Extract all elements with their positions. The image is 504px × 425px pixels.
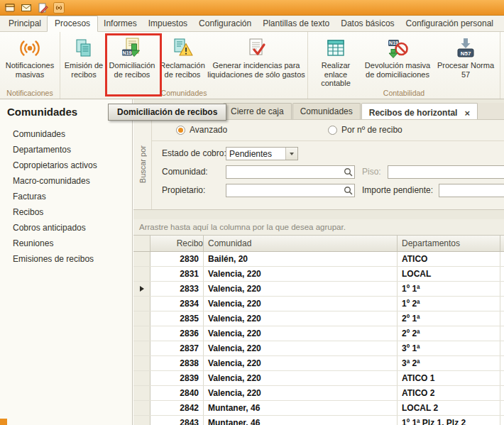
table-row-current[interactable]: 2833 Valencia, 220 1º 1ª — [133, 282, 504, 297]
ribbon-button-label: Notificaciones masivas — [1, 61, 58, 79]
table-row[interactable]: 2838 Valencia, 220 3ª 2ª — [133, 356, 504, 371]
sidebar-item-recibos[interactable]: Recibos — [0, 204, 132, 220]
search-panel: Buscar por Avanzado Por nº de recibo Est… — [133, 119, 504, 210]
table-row[interactable]: 2840 Valencia, 220 ATICO 2 — [133, 386, 504, 401]
search-panel-content: Avanzado Por nº de recibo Estado de cobr… — [152, 120, 504, 209]
claim-warning-icon — [171, 35, 194, 61]
row-indicator — [133, 267, 150, 281]
estado-de-cobro-select[interactable]: Pendientes — [226, 147, 298, 160]
search-icon[interactable] — [342, 166, 354, 178]
chevron-down-icon[interactable] — [285, 148, 297, 160]
ribbon-tab-configuracion-personal[interactable]: Configuración personal — [400, 16, 499, 31]
broadcast-icon[interactable] — [53, 2, 65, 13]
radio-label: Avanzado — [190, 125, 227, 135]
cell-comunidad: Valencia, 220 — [204, 356, 398, 370]
ribbon-tab-configuracion[interactable]: Configuración — [193, 16, 257, 31]
cell-departamento: 2º 2ª — [398, 326, 500, 341]
table-row[interactable]: 2843 Muntaner, 46 1º 1ª Plz 1, Plz 2 — [133, 416, 504, 425]
piso-input[interactable] — [388, 165, 504, 179]
importe-pendiente-label: Importe pendiente: — [362, 185, 433, 195]
table-row[interactable]: 2834 Valencia, 220 1º 2ª — [133, 297, 504, 311]
propietario-label: Propietario: — [162, 185, 205, 195]
cell-partial — [500, 341, 504, 355]
ribbon-button-label: Procesar Norma 57 — [433, 61, 498, 79]
cell-departamento: 3º 1ª — [398, 341, 500, 355]
sidebar-item-cobros-anticipados[interactable]: Cobros anticipados — [0, 220, 132, 236]
row-indicator — [133, 282, 150, 296]
ribbon-button-domiciliacion-de-recibos[interactable]: N19 Domiciliación de recibos — [106, 32, 158, 88]
row-indicator — [133, 297, 150, 311]
incidences-check-icon — [245, 35, 268, 61]
importe-pendiente-input[interactable] — [439, 184, 504, 197]
cell-partial — [500, 267, 504, 281]
cell-departamento: 1º 1ª Plz 1, Plz 2 — [398, 416, 500, 425]
cell-comunidad: Muntaner, 46 — [204, 401, 398, 415]
table-row[interactable]: 2842 Muntaner, 46 LOCAL 2 — [133, 401, 504, 416]
ribbon-button-label: Realizar enlace contable — [309, 61, 362, 88]
ribbon-tab-datos-basicos[interactable]: Datos básicos — [335, 16, 400, 31]
cell-comunidad: Valencia, 220 — [204, 267, 398, 281]
cell-comunidad: Valencia, 220 — [204, 297, 398, 311]
search-panel-vertical-label: Buscar por — [133, 120, 152, 209]
sidebar-item-emisiones-de-recibos[interactable]: Emisiones de recibos — [0, 251, 132, 267]
ribbon-tab-impuestos[interactable]: Impuestos — [143, 16, 193, 31]
table-row[interactable]: 2830 Bailén, 20 ATICO — [133, 252, 504, 267]
ribbon-tab-informes[interactable]: Informes — [98, 16, 143, 31]
radio-por-numero-de-recibo[interactable]: Por nº de recibo — [328, 125, 402, 135]
edit-icon[interactable] — [37, 2, 48, 13]
cell-recibo: 2833 — [150, 282, 204, 296]
sidebar-item-departamentos[interactable]: Departamentos — [0, 142, 132, 158]
sidebar-item-comunidades[interactable]: Comunidades — [0, 126, 132, 142]
document-tab-comunidades[interactable]: Comunidades — [292, 103, 361, 119]
window-icon[interactable] — [4, 2, 16, 13]
table-row[interactable]: 2837 Valencia, 220 3º 1ª — [133, 341, 504, 356]
grid-header-departamentos[interactable]: Departamentos — [398, 236, 500, 251]
group-by-hint-bar: Arrastre hasta aquí la columna por la qu… — [133, 219, 504, 236]
document-tab-recibos-de-horizontal[interactable]: Recibos de horizontal × — [361, 103, 478, 119]
cell-comunidad: Valencia, 220 — [204, 371, 398, 385]
ribbon-button-reclamacion-de-recibos[interactable]: Reclamación de recibos — [158, 32, 207, 88]
grid-header-recibo[interactable]: Recibo — [150, 236, 204, 251]
close-tab-icon[interactable]: × — [464, 109, 470, 118]
sidebar-item-facturas[interactable]: Facturas — [0, 189, 132, 204]
cell-recibo: 2830 — [150, 252, 204, 266]
cell-recibo: 2843 — [150, 416, 204, 425]
mail-icon[interactable] — [21, 2, 32, 13]
ribbon-button-label: Reclamación de recibos — [158, 61, 207, 79]
sidebar-item-reuniones[interactable]: Reuniones — [0, 236, 132, 251]
return-n19-icon: N19 — [386, 35, 409, 61]
propietario-input[interactable] — [226, 184, 355, 197]
table-row[interactable]: 2839 Valencia, 220 ATICO 1 — [133, 371, 504, 386]
cell-partial — [500, 297, 504, 311]
ribbon-tab-procesos[interactable]: Procesos — [47, 16, 98, 32]
ribbon-button-notificaciones-masivas[interactable]: Notificaciones masivas — [1, 32, 58, 88]
radio-avanzado[interactable]: Avanzado — [176, 125, 227, 135]
ribbon-button-devolucion-masiva[interactable]: N19 Devolución masiva de domiciliaciones — [362, 32, 433, 88]
document-tab-cierre-de-caja[interactable]: Cierre de caja — [223, 103, 292, 119]
ribbon-button-realizar-enlace-contable[interactable]: Realizar enlace contable — [309, 32, 362, 88]
ribbon-button-procesar-norma-57[interactable]: N57 Procesar Norma 57 — [433, 32, 498, 88]
cell-comunidad: Valencia, 220 — [204, 341, 398, 355]
comunidad-input[interactable] — [226, 165, 355, 179]
ribbon-tab-plantillas[interactable]: Plantillas de texto — [257, 16, 335, 31]
search-icon[interactable] — [342, 184, 354, 197]
ribbon-tab-principal[interactable]: Principal — [3, 16, 47, 31]
cell-comunidad: Valencia, 220 — [204, 282, 398, 296]
ribbon-button-generar-incidencias[interactable]: Generar incidencias para liquidaciones d… — [207, 32, 306, 88]
table-row[interactable]: 2835 Valencia, 220 2º 1ª — [133, 311, 504, 326]
cell-partial — [500, 371, 504, 385]
row-indicator — [133, 341, 150, 355]
cell-partial — [500, 356, 504, 370]
row-indicator — [133, 401, 150, 415]
table-row[interactable]: 2836 Valencia, 220 2º 2ª — [133, 326, 504, 341]
grid-header-comunidad[interactable]: Comunidad — [204, 236, 398, 251]
ribbon-button-emision-de-recibos[interactable]: Emisión de recibos — [62, 32, 106, 88]
row-indicator — [133, 386, 150, 400]
broadcast-icon — [18, 35, 41, 61]
current-row-arrow-icon — [140, 286, 144, 292]
cell-departamento: ATICO 2 — [398, 386, 500, 400]
sidebar-item-macro-comunidades[interactable]: Macro-comunidades — [0, 173, 132, 189]
table-row[interactable]: 2831 Valencia, 220 LOCAL — [133, 267, 504, 282]
sidebar-item-copropietarios-activos[interactable]: Copropietarios activos — [0, 158, 132, 173]
cell-recibo: 2842 — [150, 401, 204, 415]
